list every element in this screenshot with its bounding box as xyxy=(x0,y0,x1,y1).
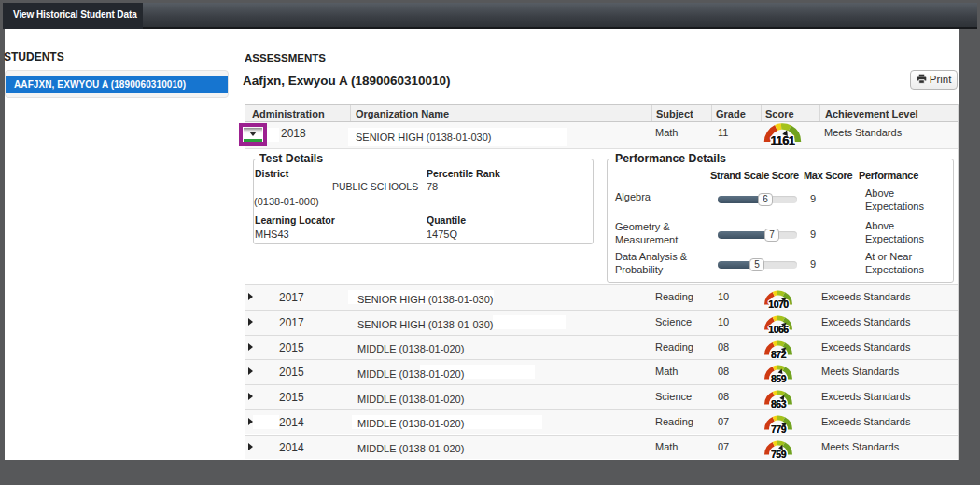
svg-text:1066: 1066 xyxy=(768,324,789,334)
svg-text:759: 759 xyxy=(771,448,787,458)
svg-text:1161: 1161 xyxy=(770,133,794,146)
svg-text:859: 859 xyxy=(771,373,787,383)
svg-text:863: 863 xyxy=(771,398,787,409)
svg-text:1070: 1070 xyxy=(768,298,789,309)
